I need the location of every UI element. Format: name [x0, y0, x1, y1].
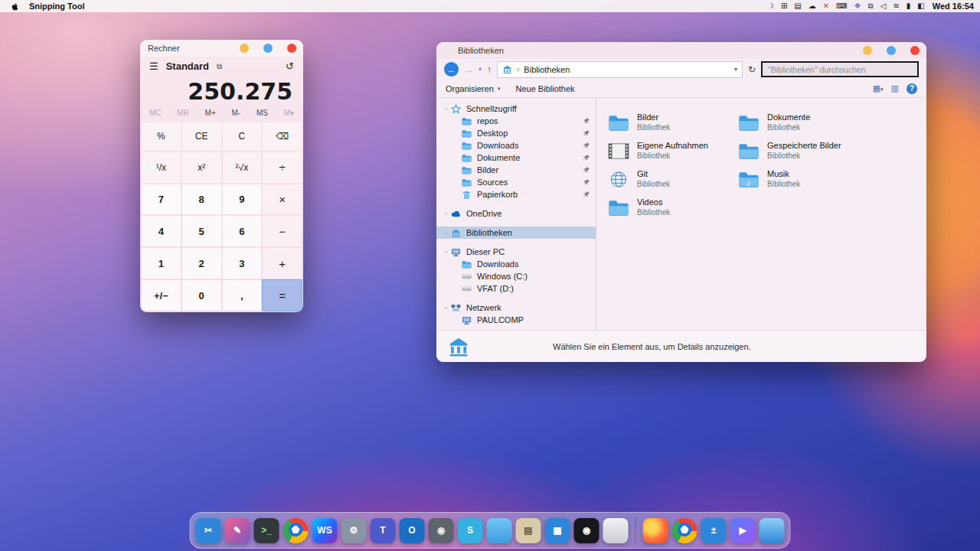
nav-item-bibliotheken[interactable]: ›Bibliotheken: [436, 227, 596, 239]
nav-item-onedrive[interactable]: ›OneDrive: [436, 207, 596, 220]
library-item-dokumente[interactable]: DokumenteBibliothek: [738, 109, 868, 137]
calc-key-10[interactable]: 9: [223, 184, 262, 215]
nav-item-vfat-d[interactable]: VFAT (D:): [436, 282, 596, 295]
memory-key-0[interactable]: MC: [149, 109, 162, 117]
dock-explorer-icon[interactable]: [760, 518, 785, 543]
menubar-clock[interactable]: Wed 16:54: [933, 2, 974, 11]
calc-key-12[interactable]: 4: [142, 216, 181, 246]
hamburger-menu-icon[interactable]: ☰: [149, 60, 158, 72]
calc-key-20[interactable]: +/−: [142, 280, 181, 311]
memory-key-3[interactable]: M-: [232, 109, 241, 117]
minimize-button[interactable]: [240, 44, 249, 53]
maximize-button[interactable]: [887, 46, 896, 55]
calc-key-7[interactable]: ÷: [263, 152, 302, 183]
calc-key-8[interactable]: 7: [142, 184, 181, 215]
library-item-videos[interactable]: VideosBibliothek: [608, 194, 738, 222]
search-input[interactable]: [766, 64, 913, 75]
calc-key-23[interactable]: =: [263, 280, 302, 311]
breadcrumb-item[interactable]: Bibliotheken: [524, 65, 570, 74]
calc-key-13[interactable]: 5: [182, 216, 221, 246]
calc-key-5[interactable]: x²: [182, 152, 221, 183]
calc-key-2[interactable]: C: [223, 122, 262, 151]
dock-chrome-icon[interactable]: [283, 518, 309, 543]
minimize-button[interactable]: [863, 46, 872, 55]
dock-settings-icon[interactable]: ⚙: [341, 518, 367, 543]
nav-item-schnellzugriff[interactable]: ›Schnellzugriff: [436, 103, 596, 115]
dock-file-cabinet-icon[interactable]: ▤: [516, 518, 541, 543]
nav-item-dieser-pc[interactable]: ›Dieser PC: [436, 246, 596, 258]
nav-expand-chevron[interactable]: ›: [441, 210, 451, 217]
dock-teams-icon[interactable]: T: [371, 518, 396, 543]
calc-key-19[interactable]: +: [263, 248, 302, 279]
maximize-button[interactable]: [263, 44, 273, 53]
active-app-name[interactable]: Snipping Tool: [29, 2, 85, 11]
preview-pane-icon[interactable]: ▥: [891, 83, 899, 93]
address-dropdown-chevron[interactable]: ▾: [734, 66, 737, 73]
close-button[interactable]: [287, 44, 296, 53]
library-item-eigene-aufnahmen[interactable]: Eigene AufnahmenBibliothek: [608, 137, 738, 165]
nav-item-desktop[interactable]: Desktop: [436, 127, 596, 139]
search-box[interactable]: [761, 61, 919, 77]
help-icon[interactable]: ?: [906, 83, 917, 94]
dock-snipping-tool-icon[interactable]: ✂: [196, 518, 221, 543]
nav-item-bilder[interactable]: Bilder: [436, 164, 596, 176]
dock-camera-icon[interactable]: ◉: [429, 518, 454, 543]
calc-key-18[interactable]: 3: [223, 248, 262, 279]
calc-key-4[interactable]: ¹/x: [142, 152, 181, 183]
nav-item-repos[interactable]: repos: [436, 115, 596, 127]
calc-key-14[interactable]: 6: [223, 216, 262, 246]
dock-github-icon[interactable]: ◉: [574, 518, 599, 543]
memory-key-5[interactable]: M▾: [284, 109, 294, 117]
moon-icon[interactable]: ☽: [767, 0, 774, 12]
calculator-titlebar[interactable]: Rechner: [140, 40, 303, 57]
apple-menu-icon[interactable]: [11, 2, 19, 11]
nav-expand-chevron[interactable]: ›: [443, 104, 449, 114]
dock-trash-icon[interactable]: [603, 518, 629, 543]
memory-key-2[interactable]: M+: [205, 109, 216, 117]
calc-key-21[interactable]: 0: [182, 280, 221, 311]
library-item-git[interactable]: GitBibliothek: [608, 165, 738, 194]
address-bar[interactable]: › Bibliotheken ▾: [497, 61, 743, 78]
close-button[interactable]: [910, 46, 920, 55]
dock-firefox-icon[interactable]: [643, 518, 668, 543]
keep-on-top-icon[interactable]: ⧉: [217, 62, 222, 71]
onedrive-cloud-icon[interactable]: ☁: [808, 0, 816, 12]
calc-key-15[interactable]: −: [263, 216, 302, 246]
library-item-musik[interactable]: ♪MusikBibliothek: [738, 165, 868, 194]
xserver-icon[interactable]: ✕: [823, 0, 829, 12]
nav-expand-chevron[interactable]: ›: [443, 247, 449, 257]
menu-neue-bibliothek[interactable]: Neue Bibliothek: [516, 84, 575, 93]
calc-key-9[interactable]: 8: [182, 184, 221, 215]
teams-icon[interactable]: ❖: [854, 0, 861, 12]
dock-paint-icon[interactable]: ✎: [225, 518, 250, 543]
memory-key-1[interactable]: MR: [177, 109, 189, 117]
refresh-icon[interactable]: ↻: [748, 64, 756, 75]
nav-item-paulcomp[interactable]: PAULCOMP: [436, 314, 596, 326]
calc-key-3[interactable]: ⌫: [263, 122, 302, 151]
dock-calculator-icon[interactable]: ±: [701, 518, 727, 543]
dock-chrome-running-icon[interactable]: [672, 518, 697, 543]
dock-app-grid-icon[interactable]: ▦: [545, 518, 570, 543]
history-icon[interactable]: ↺: [286, 60, 294, 72]
library-item-bilder[interactable]: BilderBibliothek: [608, 109, 738, 137]
list-icon[interactable]: ▤: [794, 0, 801, 12]
recent-locations-chevron[interactable]: ▾: [479, 66, 482, 73]
nav-item-netzwerk[interactable]: ›Netzwerk: [436, 302, 596, 314]
up-button[interactable]: ↑: [487, 64, 492, 75]
keyboard-icon[interactable]: ⌨: [836, 0, 847, 12]
back-button[interactable]: ←: [444, 62, 459, 77]
calc-key-6[interactable]: ²√x: [223, 152, 262, 183]
calc-key-1[interactable]: CE: [182, 122, 221, 151]
nav-item-sources[interactable]: Sources: [436, 176, 596, 188]
wifi-icon[interactable]: ≋: [893, 0, 899, 12]
nav-item-downloads[interactable]: Downloads: [436, 258, 596, 270]
nav-expand-chevron[interactable]: ›: [443, 303, 449, 313]
dock-media-icon[interactable]: ▶: [730, 518, 756, 543]
grid-icon[interactable]: ⊞: [781, 0, 787, 12]
nav-item-papierkorb[interactable]: Papierkorb: [436, 188, 596, 201]
dock-terminal-icon[interactable]: >_: [254, 518, 279, 543]
display-mirror-icon[interactable]: ⧉: [868, 0, 874, 12]
dock-skype-icon[interactable]: S: [458, 518, 483, 543]
nav-item-dokumente[interactable]: Dokumente: [436, 152, 596, 164]
forward-button[interactable]: →: [464, 64, 473, 75]
